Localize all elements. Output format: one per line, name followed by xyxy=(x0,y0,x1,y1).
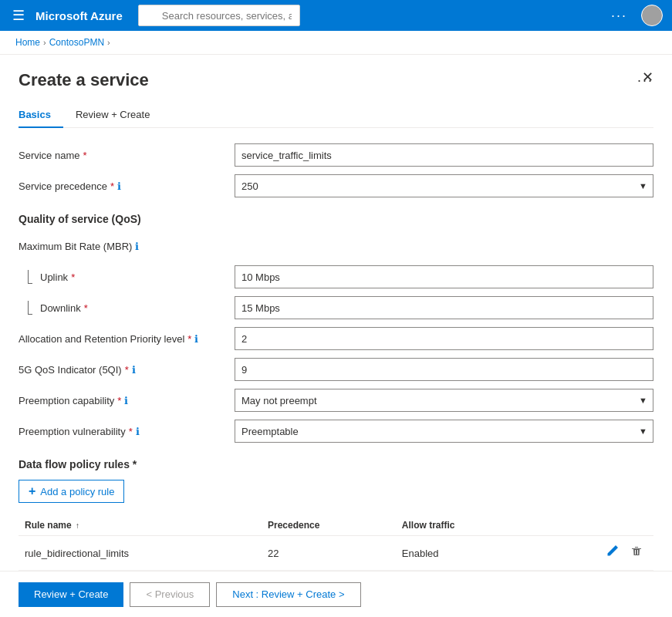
fiveqi-row: 5G QoS Indicator (5QI) * ℹ xyxy=(19,358,653,381)
tab-basics[interactable]: Basics xyxy=(19,103,63,128)
next-review-create-button[interactable]: Next : Review + Create > xyxy=(216,582,360,607)
col-allow-traffic: Allow traffic xyxy=(396,515,532,536)
service-precedence-row: Service precedence * ℹ 250 100 200 300 ▼ xyxy=(19,174,653,197)
fiveqi-control xyxy=(235,358,653,381)
qos-section-title: Quality of service (QoS) xyxy=(19,213,653,225)
table-row: rule_bidirectional_limits 22 Enabled xyxy=(19,536,653,571)
service-precedence-info-icon[interactable]: ℹ xyxy=(117,180,121,192)
uplink-input[interactable] xyxy=(235,265,653,288)
uplink-control xyxy=(235,265,653,288)
service-name-control xyxy=(235,143,653,167)
preemption-cap-select[interactable]: May not preempt May preempt xyxy=(235,389,653,412)
required-marker: * xyxy=(83,150,86,161)
cell-precedence: 22 xyxy=(262,536,396,571)
preemption-cap-row: Preemption capability * ℹ May not preemp… xyxy=(19,389,653,412)
nav-search-wrap: 🔍 xyxy=(138,5,364,26)
preemption-cap-select-wrap: May not preempt May preempt ▼ xyxy=(235,389,653,412)
close-button[interactable]: ✕ xyxy=(642,70,653,84)
service-precedence-label: Service precedence * ℹ xyxy=(19,180,235,192)
delete-rule-button[interactable] xyxy=(626,544,647,562)
preemption-vul-label: Preemption vulnerability * ℹ xyxy=(19,426,235,437)
service-name-label: Service name * xyxy=(19,150,235,161)
qos-section: Quality of service (QoS) Maximum Bit Rat… xyxy=(19,213,653,443)
cell-allow-traffic: Enabled xyxy=(396,536,532,571)
edit-icon xyxy=(606,545,618,558)
page-title: Create a service xyxy=(19,70,631,90)
arp-info-icon[interactable]: ℹ xyxy=(194,333,198,345)
breadcrumb-sep-2: › xyxy=(107,38,110,47)
edit-rule-button[interactable] xyxy=(601,544,623,562)
preemption-vul-info-icon[interactable]: ℹ xyxy=(136,426,140,437)
uplink-tree-line xyxy=(28,270,32,284)
service-name-row: Service name * xyxy=(19,143,653,167)
form-section-basic: Service name * Service precedence * ℹ 25… xyxy=(19,143,653,197)
downlink-input[interactable] xyxy=(235,296,653,319)
breadcrumb-home[interactable]: Home xyxy=(15,37,40,48)
page-container: Create a service ··· ✕ Basics Review + C… xyxy=(0,55,672,617)
tabs: Basics Review + Create xyxy=(19,103,653,128)
downlink-label: Downlink * xyxy=(19,301,235,315)
preemption-vul-row: Preemption vulnerability * ℹ Preemptable… xyxy=(19,420,653,443)
required-marker-2: * xyxy=(110,180,114,192)
arp-control xyxy=(235,327,653,350)
preemption-cap-label: Preemption capability * ℹ xyxy=(19,395,235,406)
col-precedence: Precedence xyxy=(262,515,396,536)
delete-icon xyxy=(630,545,643,558)
nav-bar: ☰ Microsoft Azure 🔍 ··· xyxy=(0,0,672,31)
previous-button[interactable]: < Previous xyxy=(130,582,210,607)
avatar[interactable] xyxy=(641,5,663,26)
policy-table-header: Rule name ↑ Precedence Allow traffic xyxy=(19,515,653,536)
preemption-vul-select-wrap: Preemptable Not preemptable ▼ xyxy=(235,420,653,443)
breadcrumb-sep-1: › xyxy=(43,38,46,47)
preemption-cap-control: May not preempt May preempt ▼ xyxy=(235,389,653,412)
uplink-label: Uplink * xyxy=(19,270,235,284)
service-precedence-select-wrap: 250 100 200 300 ▼ xyxy=(235,174,653,197)
col-rule-name: Rule name ↑ xyxy=(19,515,262,536)
policy-table: Rule name ↑ Precedence Allow traffic rul… xyxy=(19,515,653,571)
arp-label: Allocation and Retention Priority level … xyxy=(19,333,235,345)
policy-section-title: Data flow policy rules * xyxy=(19,458,653,470)
preemption-vul-select[interactable]: Preemptable Not preemptable xyxy=(235,420,653,443)
policy-section: Data flow policy rules * + Add a policy … xyxy=(19,458,653,571)
tab-review-create[interactable]: Review + Create xyxy=(76,103,162,128)
required-marker-uplink: * xyxy=(71,271,75,283)
arp-row: Allocation and Retention Priority level … xyxy=(19,327,653,350)
required-marker-policy: * xyxy=(133,458,137,470)
service-precedence-control: 250 100 200 300 ▼ xyxy=(235,174,653,197)
footer: Review + Create < Previous Next : Review… xyxy=(0,571,672,617)
add-icon: + xyxy=(29,484,35,498)
fiveqi-label: 5G QoS Indicator (5QI) * ℹ xyxy=(19,364,235,376)
preemption-vul-control: Preemptable Not preemptable ▼ xyxy=(235,420,653,443)
downlink-control xyxy=(235,296,653,319)
cell-rule-name: rule_bidirectional_limits xyxy=(19,536,262,571)
page-header: Create a service ··· ✕ xyxy=(19,70,653,90)
sort-icon[interactable]: ↑ xyxy=(76,521,79,530)
hamburger-icon[interactable]: ☰ xyxy=(9,4,28,27)
breadcrumb-parent[interactable]: ContosoPMN xyxy=(49,37,104,48)
add-policy-rule-button[interactable]: + Add a policy rule xyxy=(19,480,124,503)
review-create-button[interactable]: Review + Create xyxy=(19,582,123,607)
cell-actions xyxy=(532,536,653,571)
policy-table-body: rule_bidirectional_limits 22 Enabled xyxy=(19,536,653,571)
fiveqi-input[interactable] xyxy=(235,358,653,381)
nav-more-icon[interactable]: ··· xyxy=(605,5,633,27)
downlink-row: Downlink * xyxy=(19,296,653,319)
mbr-label: Maximum Bit Rate (MBR) ℹ xyxy=(19,241,235,252)
search-input[interactable] xyxy=(138,5,300,26)
breadcrumb: Home › ContosoPMN › xyxy=(0,31,672,55)
mbr-info-icon[interactable]: ℹ xyxy=(135,241,139,252)
fiveqi-info-icon[interactable]: ℹ xyxy=(132,364,136,376)
service-name-input[interactable] xyxy=(235,143,653,167)
required-marker-arp: * xyxy=(187,333,191,345)
arp-input[interactable] xyxy=(235,327,653,350)
nav-title: Microsoft Azure xyxy=(35,9,123,22)
required-marker-downlink: * xyxy=(84,302,88,314)
required-marker-pcap: * xyxy=(117,395,121,406)
required-marker-pvul: * xyxy=(129,426,133,437)
required-marker-5qi: * xyxy=(125,364,129,376)
downlink-tree-line xyxy=(28,301,32,315)
service-precedence-select[interactable]: 250 100 200 300 xyxy=(235,174,653,197)
col-actions xyxy=(532,515,653,536)
mbr-row: Maximum Bit Rate (MBR) ℹ xyxy=(19,234,653,258)
preemption-cap-info-icon[interactable]: ℹ xyxy=(124,395,128,406)
